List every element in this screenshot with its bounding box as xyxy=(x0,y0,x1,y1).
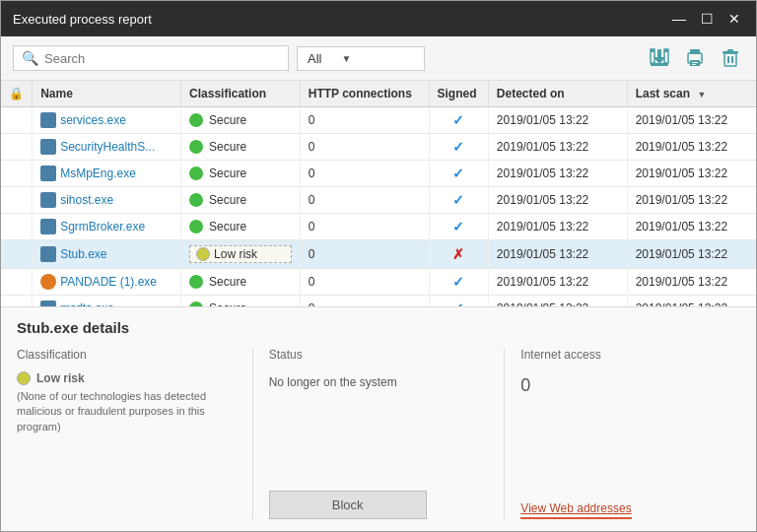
svg-rect-14 xyxy=(727,49,733,52)
process-name-text: SgrmBroker.exe xyxy=(60,220,145,233)
status-dot-secure xyxy=(189,220,203,233)
classification-cell: Secure xyxy=(189,275,292,289)
check-icon: ✓ xyxy=(452,274,464,290)
details-panel: Stub.exe details Classification Low risk… xyxy=(1,307,756,531)
toolbar: 🔍 All ▼ xyxy=(1,36,756,81)
delete-button[interactable] xyxy=(717,44,744,72)
table-row[interactable]: Stub.exeLow risk0✗2019/01/05 13:222019/0… xyxy=(1,240,756,269)
table-row[interactable]: msdts.exeSecure0✓2019/01/05 13:222019/01… xyxy=(1,296,756,308)
block-button[interactable]: Block xyxy=(269,491,427,519)
internet-content: 0 View Web addresses xyxy=(520,371,740,519)
row-classification-cell: Secure xyxy=(181,269,301,296)
classification-label: Classification xyxy=(17,348,237,362)
lock-icon: 🔒 xyxy=(9,87,24,100)
process-icon xyxy=(40,139,56,155)
maximize-button[interactable]: ☐ xyxy=(697,11,717,27)
process-name[interactable]: services.exe xyxy=(40,112,172,128)
svg-rect-8 xyxy=(690,49,700,54)
view-web-addresses-link[interactable]: View Web addresses xyxy=(520,501,631,519)
row-signed-cell: ✓ xyxy=(429,296,488,308)
close-button[interactable]: ✕ xyxy=(724,11,744,27)
col-detected[interactable]: Detected on xyxy=(488,81,627,107)
classification-text: Secure xyxy=(209,220,246,233)
row-classification-cell: Secure xyxy=(181,296,301,308)
status-dot-secure xyxy=(189,275,203,289)
col-classification[interactable]: Classification xyxy=(181,81,301,107)
title-bar-left: Executed process report xyxy=(13,12,152,27)
process-name[interactable]: msdts.exe xyxy=(40,300,172,307)
row-name-cell: SgrmBroker.exe xyxy=(33,214,181,240)
process-name[interactable]: PANDADE (1).exe xyxy=(40,274,172,290)
row-detected-cell: 2019/01/05 13:22 xyxy=(488,134,627,161)
table-row[interactable]: SgrmBroker.exeSecure0✓2019/01/05 13:2220… xyxy=(1,214,756,240)
main-window: Executed process report — ☐ ✕ 🔍 All ▼ xyxy=(0,0,757,532)
process-name-text: SecurityHealthS... xyxy=(60,140,155,154)
download-button[interactable] xyxy=(646,44,673,72)
process-icon xyxy=(40,300,56,307)
row-last-scan-cell: 2019/01/05 13:22 xyxy=(627,161,756,187)
status-text: No longer on the system xyxy=(269,375,489,389)
search-input[interactable] xyxy=(44,51,280,66)
process-table-container: 🔒 Name Classification HTTP connections S… xyxy=(1,81,756,307)
row-classification-cell: Secure xyxy=(181,187,301,214)
svg-rect-12 xyxy=(724,53,736,66)
col-http[interactable]: HTTP connections xyxy=(300,81,429,107)
classification-text: Secure xyxy=(209,140,246,154)
table-row[interactable]: PANDADE (1).exeSecure0✓2019/01/05 13:222… xyxy=(1,269,756,296)
low-risk-dot xyxy=(17,371,31,385)
process-icon xyxy=(40,219,56,234)
process-name[interactable]: Stub.exe xyxy=(40,246,172,262)
status-dot-secure xyxy=(189,113,203,127)
internet-count: 0 xyxy=(520,375,740,396)
print-button[interactable] xyxy=(681,44,709,72)
chevron-down-icon: ▼ xyxy=(341,53,351,64)
sort-icon: ▼ xyxy=(697,90,706,100)
process-icon xyxy=(40,112,56,128)
row-detected-cell: 2019/01/05 13:22 xyxy=(488,240,627,269)
row-classification-cell: Secure xyxy=(181,214,301,240)
col-name[interactable]: Name xyxy=(33,81,181,107)
process-name[interactable]: SgrmBroker.exe xyxy=(40,219,172,234)
status-content: No longer on the system Block xyxy=(269,371,489,519)
status-dot-secure xyxy=(189,193,203,207)
row-last-scan-cell: 2019/01/05 13:22 xyxy=(627,296,756,308)
row-lock-cell xyxy=(1,161,33,187)
table-row[interactable]: services.exeSecure0✓2019/01/05 13:222019… xyxy=(1,107,756,134)
row-signed-cell: ✓ xyxy=(429,161,488,187)
print-icon xyxy=(684,47,706,69)
row-name-cell: Stub.exe xyxy=(33,240,181,269)
internet-access-column: Internet access 0 View Web addresses xyxy=(505,348,740,519)
classification-cell: Secure xyxy=(189,166,292,180)
window-title: Executed process report xyxy=(13,12,152,27)
row-name-cell: services.exe xyxy=(33,107,181,134)
check-icon: ✓ xyxy=(452,300,464,307)
row-signed-cell: ✗ xyxy=(429,240,488,269)
process-name-text: PANDADE (1).exe xyxy=(60,275,157,289)
search-icon: 🔍 xyxy=(22,50,38,66)
internet-access-label: Internet access xyxy=(520,348,740,362)
process-name[interactable]: MsMpEng.exe xyxy=(40,166,172,181)
process-name[interactable]: sihost.exe xyxy=(40,192,172,208)
filter-dropdown[interactable]: All ▼ xyxy=(297,46,425,71)
row-http-cell: 0 xyxy=(300,107,429,134)
col-signed[interactable]: Signed xyxy=(429,81,488,107)
details-title: Stub.exe details xyxy=(17,319,740,336)
table-row[interactable]: SecurityHealthS...Secure0✓2019/01/05 13:… xyxy=(1,134,756,161)
search-box[interactable]: 🔍 xyxy=(13,45,289,71)
row-signed-cell: ✓ xyxy=(429,107,488,134)
col-lock: 🔒 xyxy=(1,81,33,107)
table-row[interactable]: MsMpEng.exeSecure0✓2019/01/05 13:222019/… xyxy=(1,161,756,187)
download-icon xyxy=(649,47,670,69)
col-last-scan[interactable]: Last scan ▼ xyxy=(627,81,756,107)
process-name[interactable]: SecurityHealthS... xyxy=(40,139,172,155)
details-columns: Classification Low risk (None of our tec… xyxy=(17,348,740,519)
minimize-button[interactable]: — xyxy=(669,11,689,27)
filter-label: All xyxy=(308,51,321,66)
process-name-text: services.exe xyxy=(60,113,126,127)
row-name-cell: PANDADE (1).exe xyxy=(33,269,181,296)
row-last-scan-cell: 2019/01/05 13:22 xyxy=(627,240,756,269)
table-row[interactable]: sihost.exeSecure0✓2019/01/05 13:222019/0… xyxy=(1,187,756,214)
process-name-text: Stub.exe xyxy=(60,247,106,261)
process-name-text: sihost.exe xyxy=(60,193,113,207)
row-http-cell: 0 xyxy=(300,161,429,187)
